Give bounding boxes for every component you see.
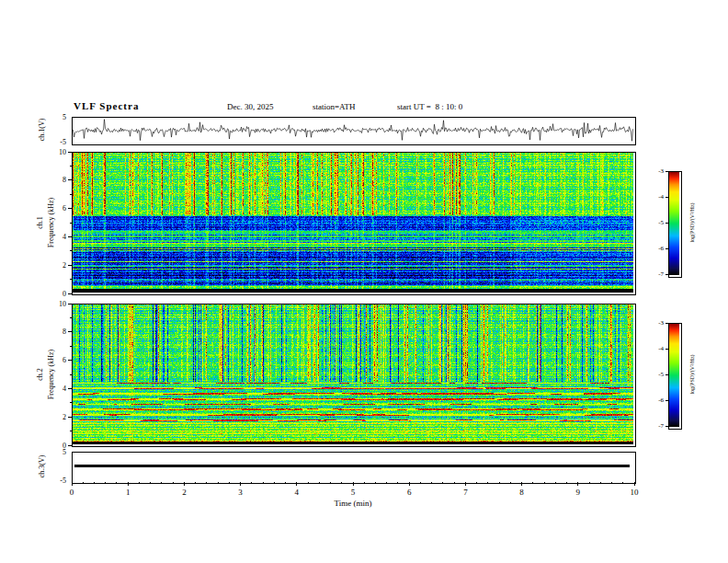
y-tick-label: 2 (48, 262, 66, 270)
x-major-tick (409, 482, 410, 486)
x-minor-tick (476, 482, 477, 484)
x-minor-tick (487, 482, 488, 484)
ch1-colorbar-label: log(PSD)/(V²/Hz) (689, 202, 695, 242)
x-minor-tick (397, 482, 398, 484)
colorbar-tick (665, 374, 668, 375)
vlf-spectra-figure: VLF Spectra Dec. 30, 2025 station=ATH st… (0, 0, 728, 563)
colorbar-tick-label: -7 (647, 271, 664, 278)
x-minor-tick (420, 482, 421, 484)
x-minor-tick (386, 482, 387, 484)
x-major-tick (184, 482, 185, 486)
x-tick-label: 9 (569, 488, 587, 497)
x-major-tick (72, 482, 73, 486)
y-minor-tick (70, 346, 72, 347)
colorbar-tick-label: -3 (647, 320, 664, 327)
y-major-tick (68, 236, 72, 237)
x-minor-tick (600, 482, 601, 484)
y-major-tick (68, 265, 72, 266)
y-tick-label: -5 (48, 139, 66, 146)
colorbar-tick (665, 323, 668, 324)
x-minor-tick (555, 482, 556, 484)
y-minor-tick (70, 223, 72, 224)
ch1-voltage-axis-label: ch.1(V) (39, 119, 46, 142)
y-minor-tick (70, 166, 72, 167)
x-tick-label: 4 (288, 488, 306, 497)
y-minor-tick (70, 402, 72, 403)
y-major-tick (68, 331, 72, 332)
x-minor-tick (150, 482, 151, 484)
y-tick-label: 6 (48, 205, 66, 213)
station-label: station=ATH (313, 102, 356, 111)
y-major-tick (68, 152, 72, 153)
x-minor-tick (229, 482, 230, 484)
x-tick-label: 3 (232, 488, 250, 497)
x-minor-tick (532, 482, 533, 484)
x-major-tick (296, 482, 297, 486)
y-tick-label: 0 (48, 291, 66, 298)
ch3-waveform-panel (72, 452, 636, 484)
x-major-tick (353, 482, 354, 486)
ch1-colorbar-canvas (669, 172, 679, 275)
x-minor-tick (83, 482, 84, 484)
y-minor-tick (70, 194, 72, 195)
y-tick-label: 6 (48, 357, 66, 364)
x-minor-tick (218, 482, 219, 484)
figure-title: VLF Spectra (74, 100, 139, 111)
x-minor-tick (544, 482, 545, 484)
y-tick-label: 10 (48, 301, 66, 308)
start-ut-label: start UT = 8 : 10: 0 (397, 102, 462, 111)
y-major-tick (68, 304, 72, 304)
x-major-tick (634, 482, 635, 486)
x-major-tick (240, 482, 241, 486)
x-tick-label: 1 (119, 488, 137, 497)
x-minor-tick (330, 482, 331, 484)
x-minor-tick (308, 482, 309, 484)
ch1-waveform-panel (72, 117, 636, 145)
ch2-spectrogram-canvas (73, 304, 633, 444)
colorbar-tick (665, 400, 668, 401)
x-minor-tick (611, 482, 612, 484)
x-minor-tick (274, 482, 275, 484)
x-minor-tick (251, 482, 252, 484)
y-tick-label: 8 (48, 177, 66, 184)
x-minor-tick (341, 482, 342, 484)
x-minor-tick (566, 482, 567, 484)
x-minor-tick (510, 482, 511, 484)
colorbar-tick (665, 274, 668, 275)
ch2-colorbar (668, 323, 682, 430)
ch2-channel-label: ch.2 (37, 368, 44, 381)
x-minor-tick (94, 482, 95, 484)
ch3-voltage-axis-label: ch.3(V) (39, 455, 46, 478)
x-minor-tick (375, 482, 376, 484)
x-tick-label: 7 (456, 488, 474, 497)
x-minor-tick (285, 482, 286, 484)
x-minor-tick (195, 482, 196, 484)
colorbar-tick-label: -6 (647, 246, 664, 252)
colorbar-tick-label: -5 (647, 372, 664, 378)
x-minor-tick (206, 482, 207, 484)
x-minor-tick (589, 482, 590, 484)
y-tick-label: -5 (48, 477, 66, 485)
ch3-flat-trace (74, 465, 630, 467)
ch1-channel-label: ch.1 (37, 216, 44, 229)
x-tick-label: 5 (344, 488, 362, 497)
x-minor-tick (499, 482, 500, 484)
y-tick-label: 2 (48, 414, 66, 421)
y-major-tick (68, 445, 72, 446)
y-tick-label: 8 (48, 328, 66, 336)
ch2-colorbar-label: log(PSD)/(V²/Hz) (689, 354, 695, 394)
y-major-tick (68, 417, 72, 418)
colorbar-tick (665, 349, 668, 350)
colorbar-tick-label: -4 (647, 194, 664, 201)
ch1-spectrogram-canvas (73, 153, 633, 293)
x-minor-tick (454, 482, 455, 484)
x-minor-tick (431, 482, 432, 484)
y-major-tick (68, 208, 72, 209)
date-label: Dec. 30, 2025 (227, 102, 274, 111)
x-minor-tick (364, 482, 365, 484)
y-major-tick (68, 360, 72, 361)
x-major-tick (521, 482, 522, 486)
y-tick-label: 4 (48, 385, 66, 393)
x-tick-label: 10 (625, 488, 643, 497)
y-minor-tick (70, 317, 72, 318)
